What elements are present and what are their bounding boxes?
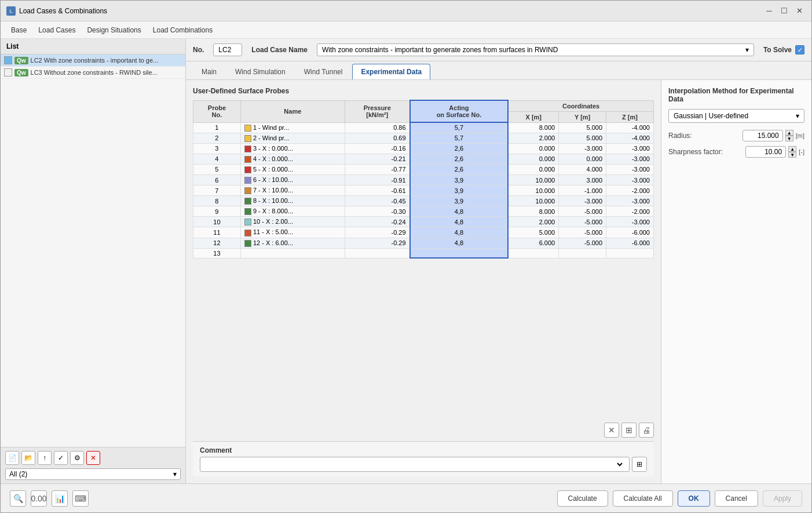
- export-button[interactable]: 🖨: [639, 423, 654, 438]
- check-button[interactable]: ✓: [54, 451, 68, 465]
- list-item[interactable]: Qw LC3 Without zone constraints - RWIND …: [1, 67, 185, 79]
- menu-base[interactable]: Base: [5, 24, 32, 37]
- menu-load-cases[interactable]: Load Cases: [32, 24, 81, 37]
- table-cell-z: -2.000: [606, 206, 654, 217]
- ok-button[interactable]: OK: [678, 490, 710, 507]
- options-title: Interpolation Method for Experimental Da…: [668, 87, 804, 103]
- save-button[interactable]: ↑: [38, 451, 52, 465]
- tab-experimental-data[interactable]: Experimental Data: [352, 64, 430, 79]
- apply-button[interactable]: Apply: [763, 490, 802, 507]
- section-title: User-Defined Surface Probes: [193, 87, 654, 95]
- minimize-button[interactable]: ─: [763, 5, 776, 17]
- table-cell-z: -3.000: [606, 143, 654, 154]
- copy-button[interactable]: ⊞: [621, 423, 637, 438]
- calculate-all-button[interactable]: Calculate All: [613, 490, 673, 507]
- table-cell-name: 9 - X : 8.000...: [240, 206, 345, 217]
- table-cell-z: -4.000: [606, 122, 654, 133]
- title-bar-controls: ─ ☐ ✕: [763, 5, 806, 17]
- table-cell-no: 5: [193, 164, 241, 174]
- comment-select[interactable]: [205, 460, 624, 469]
- sharpness-up-button[interactable]: ▲: [788, 146, 796, 152]
- table-cell-acting: 3,9: [410, 196, 509, 206]
- method-value: Gaussian | User-defined: [674, 112, 748, 120]
- to-solve-checkbox[interactable]: ✓: [795, 45, 804, 54]
- table-cell-acting: 2,6: [410, 143, 509, 154]
- table-cell-x: [508, 248, 558, 258]
- comment-copy-button[interactable]: ⊞: [632, 457, 647, 472]
- lc-header: No. LC2 Load Case Name With zone constra…: [186, 39, 811, 61]
- maximize-button[interactable]: ☐: [778, 5, 791, 17]
- radius-input-group: ▲ ▼ [m]: [742, 130, 804, 141]
- table-cell-name: 5 - X : 0.000...: [240, 164, 345, 174]
- list-item[interactable]: Qw LC2 With zone constraints - important…: [1, 54, 185, 67]
- lc-name-dropdown[interactable]: With zone constraints - important to gen…: [317, 43, 754, 56]
- table-cell-pressure: 0.69: [345, 133, 409, 143]
- radius-input[interactable]: [742, 130, 783, 141]
- table-cell-name: 10 - X : 2.00...: [240, 217, 345, 227]
- dropdown-arrow-icon: ▾: [796, 112, 799, 120]
- table-cell-name: 12 - X : 6.00...: [240, 238, 345, 248]
- filter-dropdown[interactable]: All (2) ▾: [5, 468, 181, 480]
- table-cell-pressure: 0.86: [345, 122, 409, 133]
- table-cell-x: 10.000: [508, 174, 558, 185]
- table-cell-y: -5.000: [559, 206, 606, 217]
- data-panel: User-Defined Surface Probes ProbeNo. Nam…: [186, 80, 661, 483]
- table-cell-x: 5.000: [508, 227, 558, 238]
- table-cell-x: 2.000: [508, 217, 558, 227]
- radius-up-button[interactable]: ▲: [785, 130, 793, 136]
- tab-wind-tunnel[interactable]: Wind Tunnel: [295, 64, 352, 79]
- name-label: Load Case Name: [251, 46, 308, 54]
- number-button[interactable]: 0.00: [31, 490, 47, 507]
- window-title: Load Cases & Combinations: [19, 7, 107, 15]
- table-cell-acting: 2,6: [410, 154, 509, 164]
- table-cell-name: 8 - X : 10.00...: [240, 196, 345, 206]
- sharpness-input-group: ▲ ▼ [-]: [745, 146, 804, 158]
- filter-label: All (2): [9, 470, 27, 478]
- delete-button[interactable]: ✕: [86, 451, 100, 465]
- table-cell-no: 9: [193, 206, 241, 217]
- table-cell-z: -3.000: [606, 164, 654, 174]
- sharpness-row: Sharpness factor: ▲ ▼ [-]: [668, 146, 804, 158]
- settings-button[interactable]: ⚙: [70, 451, 84, 465]
- calculate-button[interactable]: Calculate: [557, 490, 608, 507]
- col-acting: Actingon Surface No.: [410, 100, 509, 122]
- table-cell-x: 10.000: [508, 196, 558, 206]
- graph-button[interactable]: 📊: [52, 490, 68, 507]
- table-cell-x: 2.000: [508, 133, 558, 143]
- table-cell-no: 4: [193, 154, 241, 164]
- sharpness-down-button[interactable]: ▼: [788, 152, 796, 158]
- cancel-button[interactable]: Cancel: [715, 490, 758, 507]
- to-solve-section: To Solve ✓: [763, 45, 804, 54]
- main-content: List Qw LC2 With zone constraints - impo…: [1, 39, 811, 483]
- color-swatch: [244, 208, 251, 215]
- comment-input[interactable]: [200, 457, 630, 472]
- lc-no-input[interactable]: LC2: [213, 43, 242, 56]
- search-button[interactable]: 🔍: [10, 490, 26, 507]
- table-wrapper[interactable]: ProbeNo. Name Pressure[kN/m²] Actingon S…: [193, 100, 654, 419]
- code-button[interactable]: ⌨: [72, 490, 89, 507]
- tab-main[interactable]: Main: [193, 64, 225, 79]
- sharpness-spinner[interactable]: ▲ ▼: [788, 146, 796, 158]
- radius-down-button[interactable]: ▼: [785, 136, 793, 141]
- menu-load-combinations[interactable]: Load Combinations: [147, 24, 218, 37]
- tab-wind-simulation[interactable]: Wind Simulation: [226, 64, 294, 79]
- sharpness-input[interactable]: [745, 146, 786, 158]
- table-cell-pressure: -0.30: [345, 206, 409, 217]
- radius-spinner[interactable]: ▲ ▼: [785, 130, 793, 141]
- table-cell-pressure: -0.16: [345, 143, 409, 154]
- table-cell-pressure: -0.45: [345, 196, 409, 206]
- sharpness-label: Sharpness factor:: [668, 148, 723, 156]
- list-footer: 📄 📂 ↑ ✓ ⚙ ✕ All (2) ▾: [1, 447, 185, 483]
- table-cell-name: 6 - X : 10.00...: [240, 174, 345, 185]
- dropdown-arrow-icon: ▾: [173, 470, 177, 478]
- close-button[interactable]: ✕: [793, 5, 806, 17]
- color-swatch: [244, 156, 251, 163]
- open-button[interactable]: 📂: [21, 451, 35, 465]
- clear-button[interactable]: ✕: [604, 423, 619, 438]
- menu-design-situations[interactable]: Design Situations: [81, 24, 147, 37]
- method-dropdown[interactable]: Gaussian | User-defined ▾: [668, 109, 804, 123]
- table-cell-z: -6.000: [606, 238, 654, 248]
- col-z: Z [m]: [606, 111, 654, 122]
- col-y: Y [m]: [559, 111, 606, 122]
- new-button[interactable]: 📄: [5, 451, 19, 465]
